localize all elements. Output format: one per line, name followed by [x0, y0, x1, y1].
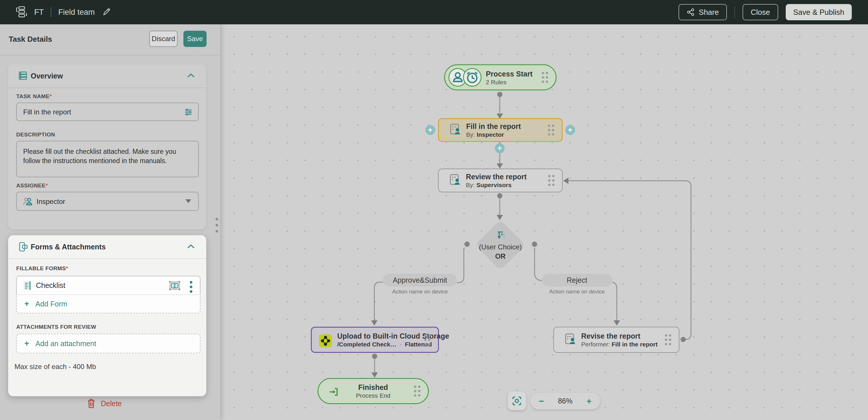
branch-icon [495, 230, 505, 240]
node-revise-the-report[interactable]: Revise the report Performer: Fill in the… [553, 327, 679, 353]
plus-icon: + [24, 300, 29, 308]
user-choice-content: (User Choice) OR [466, 230, 535, 260]
close-button[interactable]: Close [743, 4, 778, 20]
description-textarea[interactable]: Please fill out the checklist attached. … [16, 141, 199, 177]
rename-pencil-icon[interactable] [102, 7, 112, 18]
node-title: Finished [318, 383, 428, 392]
action-caption: Action name on device [383, 289, 457, 295]
drag-handle-icon[interactable] [548, 175, 555, 186]
node-title: Upload to Built-in Cloud Storage [337, 332, 449, 340]
overview-header[interactable]: Overview [8, 64, 206, 88]
forms-title: Forms & Attachments [31, 243, 106, 251]
overview-stack-icon [18, 71, 28, 82]
action-label: Reject [567, 276, 587, 285]
share-label: Share [699, 8, 719, 17]
node-subtitle: 2 Rules [486, 78, 532, 86]
node-finished[interactable]: Finished Process End [317, 378, 429, 404]
overview-title: Overview [31, 72, 63, 80]
form-doc-icon [23, 281, 32, 292]
trash-icon [87, 398, 96, 409]
workspace-name: Field team [58, 8, 95, 17]
action-label: Approve&Submit [393, 276, 447, 285]
add-node-below-button[interactable]: + [495, 143, 505, 153]
add-node-right-button[interactable]: + [565, 125, 575, 135]
node-upload-cloud-storage[interactable]: Upload to Built-in Cloud Storage /Comple… [311, 327, 439, 353]
workspace-logo-icon[interactable] [15, 5, 27, 19]
scheduled-start-badge [463, 68, 482, 87]
add-node-left-button[interactable]: + [425, 125, 435, 135]
forms-header[interactable]: Forms & Attachments [8, 235, 206, 258]
cloud-storage-icon [319, 334, 332, 347]
forms-attachments-section: Forms & Attachments FILLABLE FORMS* Chec… [8, 235, 206, 396]
node-subtitle: By: Inspector [466, 131, 521, 138]
required-asterisk: * [50, 93, 52, 99]
node-review-the-report[interactable]: Review the report By: Supervisors [438, 169, 563, 192]
required-asterisk: * [45, 183, 48, 189]
node-subtitle: /Completed Check…•Flattened [337, 340, 449, 348]
task-name-settings-icon[interactable] [184, 107, 193, 118]
chevron-up-icon[interactable] [187, 73, 195, 79]
delete-task-button[interactable]: Delete [87, 398, 122, 409]
assignee-value: Inspector [36, 198, 65, 206]
action-approve-submit[interactable]: Approve&Submit [383, 274, 457, 287]
topbar: FT Field team Share Close Save & Publish [0, 0, 868, 24]
node-title: Review the report [466, 172, 527, 181]
forms-device-icon [18, 241, 28, 253]
chevron-up-icon[interactable] [187, 244, 195, 250]
task-name-value: Fill in the report [23, 108, 71, 116]
discard-button[interactable]: Discard [149, 31, 178, 47]
zoom-out-button[interactable]: − [539, 397, 544, 406]
topbar-button-divider [735, 7, 735, 18]
save-publish-button[interactable]: Save & Publish [786, 4, 852, 20]
assignee-label: ASSIGNEE [16, 183, 45, 189]
add-form-button[interactable]: + Add Form [16, 295, 200, 314]
form-field-mapping-icon[interactable] [168, 280, 181, 292]
description-value: Please fill out the checklist attached. … [23, 147, 187, 165]
action-caption: Action name on device [542, 289, 612, 295]
section-divider [8, 88, 206, 88]
drag-handle-icon[interactable] [542, 72, 548, 83]
node-title: Revise the report [581, 332, 658, 340]
required-asterisk: * [66, 265, 68, 271]
node-fill-in-the-report[interactable]: Fill in the report By: Inspector [438, 118, 563, 142]
node-subtitle: By: Supervisors [466, 181, 527, 189]
attachments-label: ATTACHMENTS FOR REVIEW [16, 324, 96, 330]
chevron-down-icon [185, 199, 191, 203]
plus-icon: + [24, 340, 29, 348]
node-process-start[interactable]: Process Start 2 Rules [444, 64, 557, 90]
assignee-select[interactable]: Inspector [16, 192, 199, 211]
section-divider [8, 258, 206, 259]
add-attachment-label: Add an attachment [35, 340, 96, 348]
description-label: DESCRIPTION [16, 131, 55, 137]
task-name-label: TASK NAME [16, 93, 50, 99]
share-button[interactable]: Share [679, 4, 727, 20]
panel-divider [0, 55, 220, 56]
overview-section: Overview TASK NAME* Fill in the report D… [8, 64, 206, 229]
form-row-checklist[interactable]: Checklist [16, 276, 200, 295]
choice-line2: OR [466, 252, 535, 260]
task-name-input[interactable]: Fill in the report [16, 102, 199, 121]
action-reject[interactable]: Reject [542, 274, 612, 287]
fit-to-screen-button[interactable] [507, 392, 526, 410]
add-form-label: Add Form [35, 300, 67, 308]
zoom-control: − 86% + [530, 393, 600, 409]
drag-handle-icon[interactable] [548, 125, 554, 135]
node-title: Process Start [486, 69, 532, 78]
delete-label: Delete [101, 399, 122, 408]
panel-title: Task Details [9, 35, 52, 44]
panel-save-button[interactable]: Save [183, 31, 207, 47]
drag-handle-icon[interactable] [665, 334, 671, 345]
close-label: Close [751, 8, 770, 17]
drag-handle-icon[interactable] [414, 386, 421, 396]
node-title: Fill in the report [466, 122, 521, 131]
task-form-icon [448, 173, 461, 187]
drag-handle-icon[interactable] [424, 334, 431, 345]
max-size-note: Max size of each - 400 Mb [14, 363, 96, 371]
workspace-initials: FT [34, 8, 44, 17]
save-publish-label: Save & Publish [793, 8, 844, 17]
task-details-panel: Task Details Discard Save Overview TASK … [0, 24, 220, 420]
panel-resize-handle[interactable] [216, 218, 218, 233]
add-attachment-button[interactable]: + Add an attachment [16, 334, 200, 353]
form-options-kebab-icon[interactable] [190, 281, 192, 293]
zoom-in-button[interactable]: + [586, 397, 592, 406]
